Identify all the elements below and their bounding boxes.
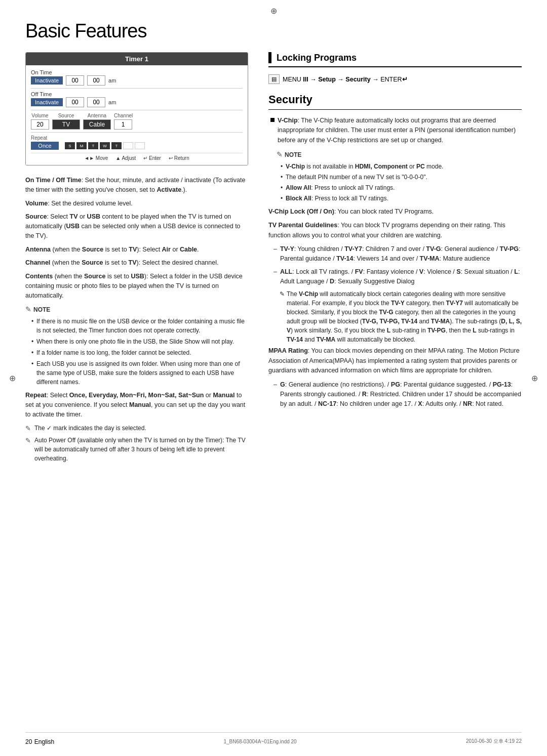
- source-heading: Source: [25, 213, 47, 220]
- locking-programs-title: Locking Programs: [277, 53, 357, 63]
- off-time-inactivate-button[interactable]: Inactivate: [31, 98, 63, 106]
- on-time-hour: 00: [66, 75, 84, 86]
- right-note-box: ✎ NOTE V-Chip is not available in HDMI, …: [274, 149, 522, 203]
- note-pencil-2-icon: ✎: [280, 289, 285, 344]
- source-value: TV: [52, 119, 80, 130]
- page-number: 20 English: [25, 737, 54, 746]
- timer-title: Timer 1: [26, 53, 248, 65]
- channel-col-label: Channel: [114, 113, 133, 118]
- parental-dash-2: – ALL: Lock all TV ratings. / FV: Fantas…: [268, 267, 522, 287]
- volume-value: 20: [31, 119, 49, 130]
- page-footer: 20 English 1_BN68-03004A~01Eng.indd 20 2…: [25, 732, 522, 746]
- off-time-ampm: am: [108, 99, 116, 105]
- day-wed: W: [100, 142, 110, 149]
- auto-power-note: Auto Power Off (available only when the …: [25, 436, 248, 463]
- compass-top-icon: ⊕: [270, 6, 277, 16]
- on-time-ampm: am: [108, 77, 116, 83]
- antenna-value: Cable: [83, 119, 111, 130]
- repeat-para: Repeat: Select Once, Everyday, Mon~Fri, …: [25, 391, 248, 419]
- repeat-label: Repeat: [31, 135, 243, 141]
- day-fri: F: [123, 142, 133, 149]
- note-pencil-icon: ✎: [25, 304, 31, 315]
- off-time-hour: 00: [66, 97, 84, 107]
- note-item-4: Each USB you use is assigned its own fol…: [31, 359, 248, 387]
- left-text-content: On Time / Off Time: Set the hour, minute…: [25, 176, 248, 463]
- mpaa-dash-1: – G: General audience (no restrictions).…: [268, 380, 522, 409]
- bullet-square-1: [270, 118, 275, 122]
- compass-left-icon: ⊕: [9, 373, 16, 383]
- right-note-label: NOTE: [285, 150, 301, 160]
- repeat-value-button[interactable]: Once: [31, 142, 59, 150]
- left-note-section: ✎ NOTE If there is no music file on the …: [25, 304, 248, 387]
- menu-icon: ▤: [268, 74, 280, 84]
- right-note-item-2: The default PIN number of a new TV set i…: [281, 173, 522, 182]
- note-label: NOTE: [33, 305, 50, 314]
- menu-instruction-text: MENU III → Setup → Security → ENTER↵: [283, 75, 408, 83]
- vchip-auto-note: ✎ The V-Chip will automatically block ce…: [277, 289, 522, 344]
- repeat-heading: Repeat: [25, 392, 47, 399]
- right-column: Locking Programs ▤ MENU III → Setup → Se…: [268, 52, 522, 412]
- right-note-item-1: V-Chip is not available in HDMI, Compone…: [281, 162, 522, 171]
- note-item-2: When there is only one photo file in the…: [31, 337, 248, 346]
- parental-dash-1: – TV-Y: Young children / TV-Y7: Children…: [268, 244, 522, 264]
- on-off-time-heading: On Time / Off Time: [25, 177, 82, 184]
- page-title: Basic Features: [25, 20, 522, 42]
- vchip-bullet: V-Chip: The V-Chip feature automatically…: [268, 116, 522, 145]
- off-time-minute: 00: [87, 97, 105, 107]
- antenna-col-label: Antenna: [83, 113, 111, 118]
- dash-char-1: –: [274, 244, 277, 264]
- channel-heading: Channel: [25, 259, 50, 266]
- channel-para: Channel (when the Source is set to TV): …: [25, 258, 248, 268]
- on-time-label: On Time: [31, 69, 243, 75]
- right-note-icon: ✎: [277, 149, 283, 160]
- nav-move: ◄► Move: [84, 155, 108, 161]
- parental-para: TV Parental Guidelines: You can block TV…: [268, 221, 522, 240]
- day-sun: S: [65, 142, 75, 149]
- timer-nav: ◄► Move ▲ Adjust ↵ Enter ↩ Return: [31, 153, 243, 161]
- right-note-list: V-Chip is not available in HDMI, Compone…: [277, 162, 522, 203]
- language-label: English: [34, 738, 54, 745]
- contents-heading: Contents: [25, 273, 53, 280]
- nav-adjust: ▲ Adjust: [115, 155, 136, 161]
- parental-item-1-text: TV-Y: Young children / TV-Y7: Children 7…: [280, 244, 522, 264]
- source-col-label: Source: [52, 113, 80, 118]
- mpaa-item-1-text: G: General audience (no restrictions). /…: [280, 380, 522, 409]
- volume-heading: Volume: [25, 200, 48, 207]
- note-item-1: If there is no music file on the USB dev…: [31, 317, 248, 335]
- vchip-auto-text: The V-Chip will automatically block cert…: [287, 289, 522, 344]
- contents-para: Contents (when the Source is set to USB)…: [25, 272, 248, 300]
- on-time-inactivate-button[interactable]: Inactivate: [31, 76, 63, 85]
- locking-programs-header: Locking Programs: [268, 52, 522, 67]
- nav-enter: ↵ Enter: [143, 155, 161, 161]
- off-time-label: Off Time: [31, 91, 243, 97]
- day-tue: T: [88, 142, 98, 149]
- note-item-3: If a folder name is too long, the folder…: [31, 348, 248, 357]
- right-text-content: V-Chip: The V-Chip feature automatically…: [268, 116, 522, 409]
- timer-box: Timer 1 On Time Inactivate 00 00 am Off …: [25, 52, 248, 165]
- checkmark-note: The ✓ mark indicates the day is selected…: [25, 424, 248, 433]
- vchip-text: V-Chip: The V-Chip feature automatically…: [278, 116, 522, 145]
- antenna-para: Antenna (when the Source is set to TV): …: [25, 245, 248, 255]
- menu-instruction: ▤ MENU III → Setup → Security → ENTER↵: [268, 74, 522, 84]
- day-sat: S: [135, 142, 145, 149]
- day-thu: T: [111, 142, 122, 149]
- compass-right-icon: ⊕: [531, 373, 538, 383]
- antenna-heading: Antenna: [25, 246, 51, 253]
- on-off-time-para: On Time / Off Time: Set the hour, minute…: [25, 176, 248, 195]
- channel-value: 1: [114, 119, 132, 130]
- note-list: If there is no music file on the USB dev…: [25, 317, 248, 387]
- on-time-minute: 00: [87, 75, 105, 86]
- footer-date: 2010-06-30 오후 4:19 22: [466, 738, 522, 745]
- footer-filename: 1_BN68-03004A~01Eng.indd 20: [223, 739, 296, 744]
- nav-return: ↩ Return: [169, 155, 189, 161]
- dash-char-3: –: [274, 380, 277, 409]
- vchip-lock-para: V-Chip Lock (Off / On): You can block ra…: [268, 207, 522, 217]
- volume-col-label: Volume: [31, 113, 49, 118]
- volume-para: Volume: Set the desired volume level.: [25, 199, 248, 208]
- right-note-item-4: Block All: Press to lock all TV ratings.: [281, 194, 522, 203]
- source-para: Source: Select TV or USB content to be p…: [25, 212, 248, 240]
- right-note-item-3: Allow All: Press to unlock all TV rating…: [281, 183, 522, 192]
- day-mon: M: [76, 142, 87, 149]
- dash-char-2: –: [274, 267, 277, 287]
- parental-item-2-text: ALL: Lock all TV ratings. / FV: Fantasy …: [280, 267, 522, 287]
